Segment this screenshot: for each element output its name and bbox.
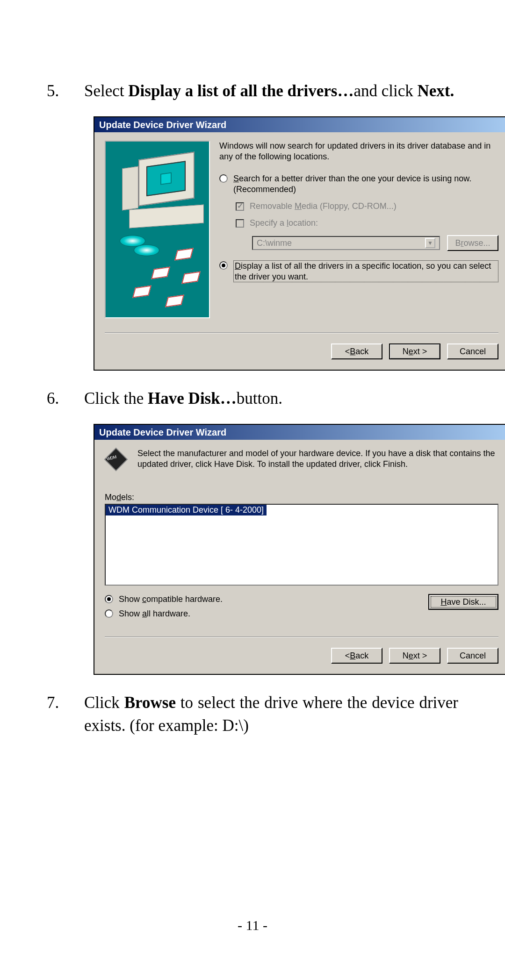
checkbox-icon bbox=[236, 202, 244, 211]
radio-display-label: Display a list of all the drivers in a s… bbox=[233, 260, 498, 282]
back-button[interactable]: < Back bbox=[331, 648, 382, 664]
check-location-label: Specify a location: bbox=[250, 218, 318, 228]
wizard-dialog-1: Update Device Driver Wizard Windows will… bbox=[94, 116, 505, 371]
step-5: 5. Select Display a list of all the driv… bbox=[47, 79, 458, 102]
step-5-text: Select Display a list of all the drivers… bbox=[84, 79, 458, 102]
models-label: Models: bbox=[105, 493, 498, 502]
wizard-dialog-2: Update Device Driver Wizard Select the m… bbox=[94, 424, 505, 675]
next-button[interactable]: Next > bbox=[389, 648, 440, 664]
radio-show-compatible[interactable]: Show compatible hardware. bbox=[105, 594, 223, 605]
step-7: 7. Click Browse to select the drive wher… bbox=[47, 691, 458, 737]
show-compatible-label: Show compatible hardware. bbox=[119, 594, 223, 605]
browse-button[interactable]: Browse... bbox=[447, 235, 498, 251]
wizard-graphic bbox=[105, 141, 210, 318]
have-disk-button[interactable]: Have Disk... bbox=[428, 594, 498, 610]
check-removable-media[interactable]: Removable Media (Floppy, CD-ROM...) bbox=[236, 201, 498, 211]
radio-display-list[interactable]: Display a list of all the drivers in a s… bbox=[219, 260, 498, 282]
dialog2-instruction: Select the manufacturer and model of you… bbox=[137, 448, 498, 472]
cancel-button[interactable]: Cancel bbox=[447, 343, 498, 359]
step-7-number: 7. bbox=[47, 691, 84, 737]
chip-icon bbox=[105, 448, 128, 472]
location-combobox[interactable]: C:\winme ▼ bbox=[252, 236, 440, 250]
dialog2-titlebar: Update Device Driver Wizard bbox=[94, 425, 505, 440]
back-button[interactable]: < Back bbox=[331, 343, 382, 359]
cancel-button[interactable]: Cancel bbox=[447, 648, 498, 664]
chevron-down-icon: ▼ bbox=[425, 238, 435, 248]
show-all-label: Show all hardware. bbox=[119, 608, 190, 619]
dialog1-titlebar: Update Device Driver Wizard bbox=[94, 117, 505, 132]
check-removable-label: Removable Media (Floppy, CD-ROM...) bbox=[250, 201, 397, 211]
radio-search-label: Search for a better driver than the one … bbox=[233, 173, 498, 194]
location-value: C:\winme bbox=[257, 238, 292, 248]
model-item-selected[interactable]: WDM Communication Device [ 6- 4-2000] bbox=[106, 505, 267, 515]
step-6-number: 6. bbox=[47, 387, 84, 410]
radio-icon bbox=[105, 595, 113, 603]
models-listbox[interactable]: WDM Communication Device [ 6- 4-2000] bbox=[105, 504, 498, 586]
step-6-text: Click the Have Disk…button. bbox=[84, 387, 458, 410]
step-7-text: Click Browse to select the drive where t… bbox=[84, 691, 458, 737]
radio-icon bbox=[105, 609, 113, 618]
next-button[interactable]: Next > bbox=[389, 343, 440, 359]
dialog1-intro: Windows will now search for updated driv… bbox=[219, 141, 498, 162]
page-number: - 11 - bbox=[0, 917, 505, 933]
checkbox-icon bbox=[236, 219, 244, 228]
step-6: 6. Click the Have Disk…button. bbox=[47, 387, 458, 410]
step-5-number: 5. bbox=[47, 79, 84, 102]
radio-icon bbox=[219, 261, 228, 270]
check-specify-location[interactable]: Specify a location: bbox=[236, 218, 498, 228]
radio-show-all[interactable]: Show all hardware. bbox=[105, 608, 223, 619]
radio-search-better[interactable]: Search for a better driver than the one … bbox=[219, 173, 498, 194]
radio-icon bbox=[219, 174, 228, 183]
